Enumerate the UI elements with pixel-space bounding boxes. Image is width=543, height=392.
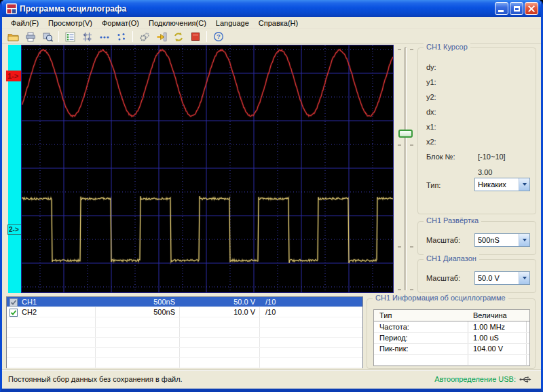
slider-tick xyxy=(410,289,413,290)
menu-item-help[interactable]: Справка(H) xyxy=(254,18,303,28)
maximize-button[interactable] xyxy=(510,2,523,15)
channel-sweep: 500nS xyxy=(102,298,175,306)
menu-item-file[interactable]: Файл(F) xyxy=(6,18,43,28)
range-scale-label: Масштаб: xyxy=(426,274,460,282)
info-row-frequency: Частота: 1.00 MHz xyxy=(374,322,529,333)
open-folder-icon xyxy=(7,32,19,42)
connect-icon xyxy=(156,32,167,42)
svg-text:?: ? xyxy=(217,33,221,40)
sweep-scale-dropdown[interactable]: 500nS xyxy=(474,233,530,247)
stop-button[interactable] xyxy=(187,31,203,43)
channels-table: CH1 500nS 50.0 V /10 CH2 500nS 10.0 V /1… xyxy=(6,296,363,368)
channel-range: 10.0 V xyxy=(182,308,255,316)
help-button[interactable]: ? xyxy=(210,31,226,43)
chevron-down-icon xyxy=(523,183,527,186)
settings-button[interactable] xyxy=(136,31,152,43)
ch1-info-panel: CH1 Информация об осциллограмме Тип Вели… xyxy=(367,298,536,369)
ch1-info-title: CH1 Информация об осциллограмме xyxy=(373,294,508,302)
app-icon xyxy=(6,3,17,14)
sweep-scale-label: Масштаб: xyxy=(426,236,460,244)
channel-sweep: 500nS xyxy=(102,308,175,316)
info-label: Частота: xyxy=(379,323,409,331)
close-button[interactable] xyxy=(525,2,538,15)
print-preview-button[interactable] xyxy=(39,31,55,43)
cursor-y2-label: y2: xyxy=(426,93,436,101)
app-window: Программа осциллографа Файл(F) Просмотр(… xyxy=(0,0,543,392)
status-message: Постоянный сбор данных без сохранения в … xyxy=(8,375,183,383)
vertical-position-slider[interactable] xyxy=(394,45,417,293)
info-table: Тип Величина Частота: 1.00 MHz Период: 1… xyxy=(373,309,530,366)
print-button[interactable] xyxy=(22,31,38,43)
info-col-value: Величина xyxy=(473,311,507,319)
table-row-ch2[interactable]: CH2 500nS 10.0 V /10 xyxy=(7,307,362,317)
table-empty-row xyxy=(7,358,362,368)
toolbar-separator xyxy=(132,31,133,42)
slider-tick xyxy=(410,144,413,146)
ch1-sweep-title: CH1 Развёртка xyxy=(424,216,481,224)
info-label: Период: xyxy=(379,334,408,342)
block-number-value: 3.00 xyxy=(478,168,492,176)
scatter-button[interactable] xyxy=(113,31,129,43)
range-scale-dropdown[interactable]: 50.0 V xyxy=(474,271,530,285)
checklist-icon xyxy=(65,32,75,42)
refresh-button[interactable] xyxy=(170,31,186,43)
grid-button[interactable] xyxy=(79,31,95,43)
range-scale-value: 50.0 V xyxy=(475,272,519,284)
toolbar-separator xyxy=(58,31,59,42)
info-value: 104.00 V xyxy=(473,345,503,353)
ch1-position-marker[interactable]: 1-> xyxy=(6,71,21,81)
channel-range: 50.0 V xyxy=(182,298,255,306)
sweep-scale-value: 500nS xyxy=(475,234,519,246)
slider-tick xyxy=(398,49,401,50)
title-bar: Программа осциллографа xyxy=(2,0,541,17)
table-empty-row xyxy=(7,328,362,338)
slider-track[interactable] xyxy=(405,47,407,290)
dropdown-button[interactable] xyxy=(519,272,529,284)
channel-name: CH2 xyxy=(22,308,37,316)
table-empty-row xyxy=(7,348,362,358)
cursor-y1-label: y1: xyxy=(426,78,436,86)
slider-tick xyxy=(398,289,401,290)
dropdown-button[interactable] xyxy=(519,234,529,246)
usb-autodetect-label: Автоопределение USB: xyxy=(434,375,516,383)
menu-item-connections[interactable]: Подключения(C) xyxy=(144,18,211,28)
print-preview-icon xyxy=(42,32,53,42)
info-table-header: Тип Величина xyxy=(374,310,529,321)
channel-probe: /10 xyxy=(265,308,276,316)
close-icon xyxy=(528,5,535,12)
open-file-button[interactable] xyxy=(5,31,21,43)
info-row-peak: Пик-пик: 104.00 V xyxy=(374,344,529,355)
ch2-checkbox[interactable] xyxy=(10,309,18,317)
menu-item-view[interactable]: Просмотр(V) xyxy=(43,18,97,28)
connect-button[interactable] xyxy=(153,31,169,43)
scope-waveforms xyxy=(22,45,393,292)
oscilloscope-display xyxy=(21,45,394,293)
chevron-down-icon xyxy=(523,239,527,241)
info-value: 1.00 MHz xyxy=(473,323,505,331)
status-bar: Постоянный сбор данных без сохранения в … xyxy=(2,370,541,388)
minimize-button[interactable] xyxy=(495,2,508,15)
menu-item-format[interactable]: Формат(O) xyxy=(97,18,144,28)
dropdown-button[interactable] xyxy=(519,178,529,191)
ch2-position-marker[interactable]: 2-> xyxy=(7,224,22,235)
ch1-range-title: CH1 Диапазон xyxy=(424,254,479,262)
slider-tick xyxy=(410,49,413,50)
ch1-range-panel: CH1 Диапазон Масштаб: 50.0 V xyxy=(417,259,536,293)
table-empty-row xyxy=(7,338,362,348)
cursor-x2-label: x2: xyxy=(426,138,436,146)
stop-icon xyxy=(191,32,200,41)
measure-dots-button[interactable] xyxy=(96,31,112,43)
dots-horizontal-icon xyxy=(99,32,110,42)
channel-marker-strip xyxy=(8,45,21,293)
info-value: 1.00 uS xyxy=(473,334,499,342)
slider-thumb[interactable] xyxy=(398,130,413,138)
cursor-type-dropdown[interactable]: Никаких xyxy=(474,178,530,191)
block-number-range: [-10~10] xyxy=(478,153,506,161)
table-row-ch1[interactable]: CH1 500nS 50.0 V /10 xyxy=(7,297,362,307)
channel-list-button[interactable] xyxy=(62,31,78,43)
ch1-checkbox[interactable] xyxy=(10,298,18,307)
slider-tick xyxy=(410,246,413,248)
grid-icon xyxy=(82,32,92,42)
menu-item-language[interactable]: Language xyxy=(211,18,254,28)
scatter-dots-icon xyxy=(116,32,126,42)
